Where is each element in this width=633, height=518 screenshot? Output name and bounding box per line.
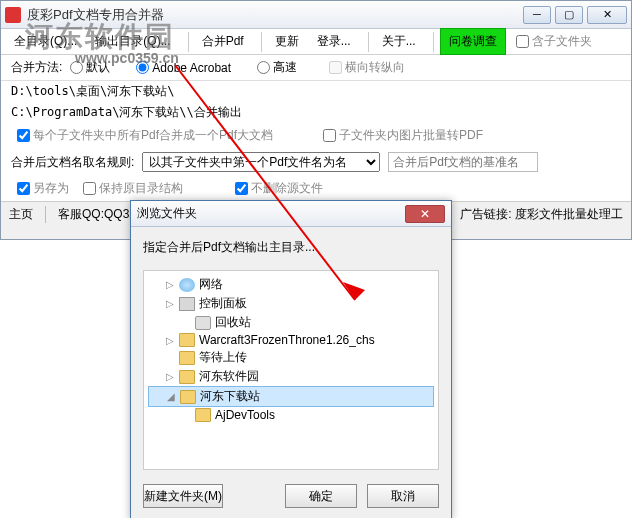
no-delete-checkbox[interactable]: 不删除源文件 [235,180,323,197]
status-qq: 客服QQ:QQ32 [58,206,136,223]
name-rule-label: 合并后文档名取名规则: [11,154,134,171]
tree-node-ajdevtools[interactable]: AjDevTools [148,407,434,423]
merge-each-checkbox[interactable]: 每个子文件夹中所有Pdf合并成一个Pdf大文档 [17,127,273,144]
hv-convert-checkbox[interactable]: 横向转纵向 [329,59,405,76]
close-button[interactable]: ✕ [587,6,627,24]
dialog-prompt: 指定合并后Pdf文档输出主目录... [143,239,439,256]
tree-node-soft[interactable]: ▷河东软件园 [148,367,434,386]
path1: D:\tools\桌面\河东下载站\ [1,81,631,102]
window-title: 度彩Pdf文档专用合并器 [27,6,523,24]
tree-node-download[interactable]: ◢河东下载站 [148,386,434,407]
control-panel-icon [179,297,195,311]
method-default-radio[interactable]: 默认 [70,59,110,76]
app-icon [5,7,21,23]
name-rule-select[interactable]: 以其子文件夹中第一个Pdf文件名为名 [142,152,380,172]
browse-folder-dialog: 浏览文件夹 ✕ 指定合并后Pdf文档输出主目录... ▷网络 ▷控制面板 回收站… [130,200,452,518]
dialog-close-button[interactable]: ✕ [405,205,445,223]
folder-icon [179,333,195,347]
separator [188,32,189,52]
include-subfolder-checkbox[interactable]: 含子文件夹 [516,33,592,50]
login-button[interactable]: 登录... [310,30,358,53]
main-titlebar: 度彩Pdf文档专用合并器 ─ ▢ ✕ [1,1,631,29]
tree-node-wc3[interactable]: ▷Warcraft3FrozenThrone1.26_chs [148,332,434,348]
maximize-button[interactable]: ▢ [555,6,583,24]
include-subfolder-label: 含子文件夹 [532,33,592,50]
about-button[interactable]: 关于... [375,30,423,53]
separator [261,32,262,52]
status-home[interactable]: 主页 [9,206,33,223]
svg-rect-0 [5,7,21,23]
include-subfolder-input[interactable] [516,35,529,48]
folder-icon [195,408,211,422]
minimize-button[interactable]: ─ [523,6,551,24]
tree-node-recyclebin[interactable]: 回收站 [148,313,434,332]
new-folder-button[interactable]: 新建文件夹(M) [143,484,223,508]
ok-button[interactable]: 确定 [285,484,357,508]
tree-node-network[interactable]: ▷网络 [148,275,434,294]
tree-node-wait[interactable]: 等待上传 [148,348,434,367]
network-icon [179,278,195,292]
main-toolbar: 全目录(Q)... 输出目录(Q)... 合并Pdf 更新 登录... 关于..… [1,29,631,55]
all-dir-button[interactable]: 全目录(Q)... [7,30,84,53]
output-dir-button[interactable]: 输出目录(Q)... [88,30,177,53]
save-as-checkbox[interactable]: 另存为 [17,180,69,197]
tree-node-controlpanel[interactable]: ▷控制面板 [148,294,434,313]
survey-button[interactable]: 问卷调查 [440,28,506,55]
update-button[interactable]: 更新 [268,30,306,53]
keep-struct-checkbox[interactable]: 保持原目录结构 [83,180,183,197]
method-acrobat-radio[interactable]: Adobe Acrobat [136,61,231,75]
folder-icon [180,390,196,404]
merge-pdf-button[interactable]: 合并Pdf [195,30,251,53]
dialog-title: 浏览文件夹 [137,205,405,222]
separator [368,32,369,52]
recycle-bin-icon [195,316,211,330]
folder-icon [179,370,195,384]
separator [433,32,434,52]
status-ad: 广告链接: 度彩文件批量处理工 [460,206,623,223]
sub-img-pdf-checkbox[interactable]: 子文件夹内图片批量转PDF [323,127,483,144]
path2: C:\ProgramData\河东下载站\\合并输出 [1,102,631,123]
folder-icon [179,351,195,365]
method-fast-radio[interactable]: 高速 [257,59,297,76]
basename-input[interactable] [388,152,538,172]
cancel-button[interactable]: 取消 [367,484,439,508]
method-label: 合并方法: [11,59,62,76]
folder-tree[interactable]: ▷网络 ▷控制面板 回收站 ▷Warcraft3FrozenThrone1.26… [143,270,439,470]
